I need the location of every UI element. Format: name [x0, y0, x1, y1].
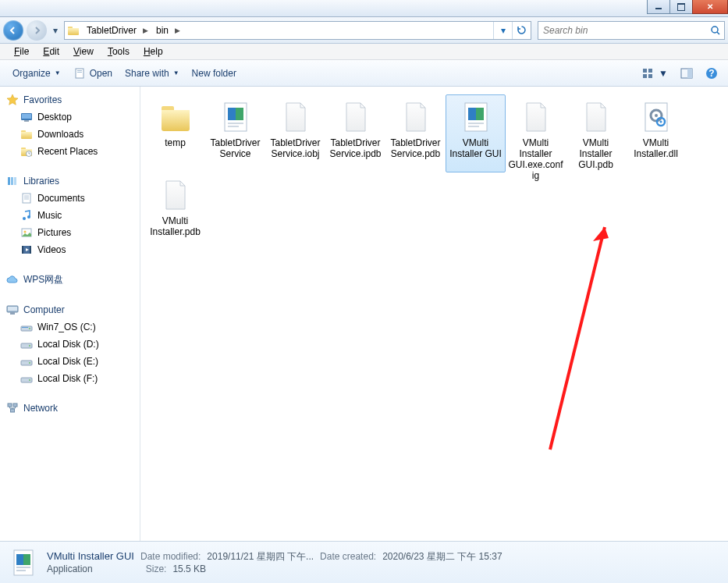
file-item[interactable]: VMulti Installer.pdb	[145, 172, 205, 251]
libraries-icon	[6, 175, 19, 187]
svg-rect-9	[648, 74, 652, 78]
file-label: TabletDriverService.iobj	[266, 137, 325, 159]
svg-rect-48	[11, 409, 15, 412]
help-button[interactable]: ?	[701, 65, 722, 82]
file-item[interactable]: TabletDriverService.iobj	[265, 94, 325, 172]
menu-file[interactable]: FFileile	[8, 44, 35, 59]
sidebar-item-pictures[interactable]: Pictures	[3, 224, 140, 241]
open-button[interactable]: Open	[67, 64, 119, 83]
file-item[interactable]: TabletDriverService	[205, 94, 265, 172]
details-type: Application	[47, 563, 93, 574]
sidebar-item-videos[interactable]: Videos	[3, 241, 140, 258]
window-titlebar	[0, 0, 728, 17]
file-icon	[637, 98, 675, 136]
svg-text:?: ?	[708, 68, 714, 79]
sidebar-wps[interactable]: WPS网盘	[3, 271, 140, 289]
command-bar: Organize▼ Open Share with▼ New folder ▼ …	[0, 60, 728, 87]
menu-bar: FFileile Edit View Tools Help	[0, 44, 728, 60]
file-item[interactable]: VMulti Installer.dll	[626, 94, 686, 172]
breadcrumb-segment[interactable]: TabletDriver	[82, 22, 140, 39]
search-box[interactable]	[538, 21, 725, 40]
file-label: temp	[163, 137, 187, 148]
new-folder-button[interactable]: New folder	[186, 65, 243, 82]
svg-point-62	[655, 114, 658, 117]
file-item[interactable]: VMulti Installer GUI.exe.config	[506, 94, 566, 172]
svg-rect-15	[22, 114, 31, 119]
file-item[interactable]: VMulti Installer GUI	[446, 94, 506, 172]
svg-rect-70	[16, 567, 30, 568]
file-icon	[517, 98, 555, 136]
svg-rect-71	[16, 570, 26, 571]
svg-point-28	[27, 215, 30, 219]
svg-rect-22	[14, 177, 16, 185]
address-bar[interactable]: TabletDriver ▶ bin ▶ ▾	[64, 21, 531, 40]
menu-edit[interactable]: Edit	[37, 44, 66, 59]
file-icon	[337, 98, 375, 136]
sidebar-item-recent[interactable]: Recent Places	[3, 143, 140, 160]
menu-help[interactable]: Help	[137, 44, 169, 59]
pictures-icon	[20, 226, 33, 239]
sidebar-item-desktop[interactable]: Desktop	[3, 108, 140, 126]
menu-tools[interactable]: Tools	[101, 44, 136, 59]
sidebar-item-music[interactable]: Music	[3, 207, 140, 224]
search-icon[interactable]	[707, 25, 724, 36]
chevron-right-icon[interactable]: ▶	[172, 27, 183, 34]
sidebar-item-drive-d[interactable]: Local Disk (D:)	[3, 336, 140, 353]
preview-pane-button[interactable]	[677, 66, 697, 81]
svg-rect-8	[643, 74, 647, 78]
svg-rect-53	[228, 123, 243, 124]
drive-icon	[20, 321, 33, 333]
breadcrumb-segment[interactable]: bin	[151, 22, 172, 39]
svg-rect-69	[16, 554, 23, 565]
folder-icon	[65, 22, 82, 39]
details-mod-value: 2019/11/21 星期四 下午...	[207, 550, 314, 563]
refresh-button[interactable]	[512, 22, 531, 39]
search-input[interactable]	[538, 25, 707, 36]
sidebar-item-drive-f[interactable]: Local Disk (F:)	[3, 370, 140, 387]
svg-rect-36	[10, 312, 15, 315]
svg-rect-46	[8, 403, 12, 407]
sidebar-item-drive-e[interactable]: Local Disk (E:)	[3, 353, 140, 370]
minimize-button[interactable]	[647, 0, 670, 14]
chevron-right-icon[interactable]: ▶	[140, 27, 151, 34]
file-item[interactable]: TabletDriverService.ipdb	[325, 94, 385, 172]
details-size-label: Size:	[146, 563, 167, 574]
file-item[interactable]: temp	[145, 94, 205, 172]
organize-button[interactable]: Organize▼	[6, 65, 67, 82]
sidebar-network[interactable]: Network	[3, 400, 140, 417]
network-icon	[6, 402, 19, 414]
menu-view[interactable]: View	[67, 44, 100, 59]
file-label: VMulti Installer GUI.exe.config	[506, 137, 565, 181]
share-with-button[interactable]: Share with▼	[119, 65, 186, 82]
sidebar-item-documents[interactable]: Documents	[3, 190, 140, 207]
svg-line-65	[550, 227, 605, 450]
svg-rect-33	[30, 246, 31, 254]
sidebar-computer[interactable]: Computer	[3, 301, 140, 318]
file-list[interactable]: tempTabletDriverServiceTabletDriverServi…	[140, 87, 728, 541]
forward-button[interactable]	[27, 20, 47, 41]
svg-rect-21	[11, 177, 13, 185]
nav-history-dropdown[interactable]: ▾	[50, 22, 61, 39]
view-options-button[interactable]: ▼	[638, 66, 672, 81]
back-button[interactable]	[3, 20, 23, 41]
file-item[interactable]: VMulti Installer GUI.pdb	[566, 94, 626, 172]
svg-point-43	[29, 362, 30, 364]
details-file-icon	[8, 547, 39, 578]
details-pane: VMulti Installer GUI Date modified: 2019…	[0, 541, 728, 583]
sidebar-item-downloads[interactable]: Downloads	[3, 126, 140, 143]
drive-icon	[20, 338, 33, 350]
file-label: VMulti Installer GUI.pdb	[566, 137, 625, 170]
details-title: VMulti Installer GUI	[47, 550, 134, 562]
address-dropdown[interactable]: ▾	[493, 22, 512, 39]
sidebar-libraries[interactable]: Libraries	[3, 172, 140, 190]
svg-rect-3	[76, 69, 83, 78]
sidebar-favorites[interactable]: Favorites	[3, 91, 140, 108]
sidebar-item-drive-c[interactable]: Win7_OS (C:)	[3, 318, 140, 336]
file-item[interactable]: TabletDriverService.pdb	[385, 94, 446, 172]
star-icon	[6, 94, 19, 106]
maximize-button[interactable]	[669, 0, 693, 14]
svg-point-64	[659, 121, 662, 123]
close-button[interactable]	[692, 0, 728, 14]
svg-point-30	[24, 231, 27, 233]
details-mod-label: Date modified:	[140, 551, 201, 562]
